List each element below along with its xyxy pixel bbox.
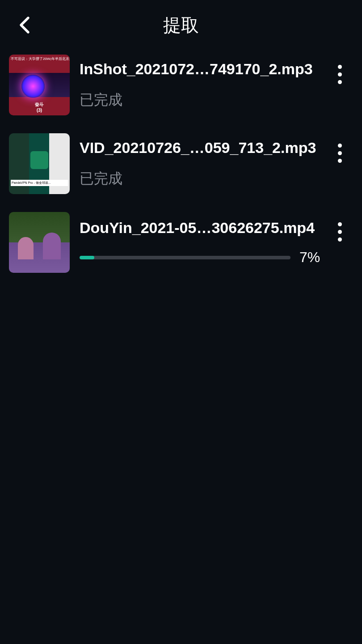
thumbnail bbox=[9, 133, 70, 194]
list-item[interactable]: InShot_2021072…749170_2.mp3 已完成 bbox=[0, 50, 362, 120]
item-title: VID_20210726_…059_713_2.mp3 bbox=[80, 139, 326, 157]
page-title: 提取 bbox=[0, 13, 362, 38]
progress-row: 7% bbox=[80, 249, 326, 266]
thumbnail bbox=[9, 55, 70, 115]
list-item[interactable]: VID_20210726_…059_713_2.mp3 已完成 bbox=[0, 129, 362, 199]
chevron-left-icon bbox=[17, 15, 32, 35]
more-button[interactable] bbox=[331, 61, 349, 88]
progress-text: 7% bbox=[299, 249, 326, 266]
more-vertical-icon bbox=[338, 144, 342, 148]
item-content: InShot_2021072…749170_2.mp3 已完成 bbox=[80, 60, 353, 110]
item-content: VID_20210726_…059_713_2.mp3 已完成 bbox=[80, 139, 353, 189]
item-content: DouYin_2021-05…30626275.mp4 7% bbox=[80, 219, 353, 266]
progress-fill bbox=[80, 256, 94, 259]
more-button[interactable] bbox=[331, 218, 349, 245]
back-button[interactable] bbox=[13, 14, 36, 36]
item-status: 已完成 bbox=[80, 90, 326, 110]
more-button[interactable] bbox=[331, 140, 349, 166]
item-title: InShot_2021072…749170_2.mp3 bbox=[80, 60, 326, 78]
extract-list: InShot_2021072…749170_2.mp3 已完成 VID_2021… bbox=[0, 50, 362, 277]
list-item[interactable]: DouYin_2021-05…30626275.mp4 7% bbox=[0, 208, 362, 277]
item-title: DouYin_2021-05…30626275.mp4 bbox=[80, 219, 326, 237]
thumbnail bbox=[9, 212, 70, 273]
item-status: 已完成 bbox=[80, 169, 326, 189]
header: 提取 bbox=[0, 0, 362, 50]
progress-bar bbox=[80, 256, 290, 259]
more-vertical-icon bbox=[338, 222, 342, 226]
more-vertical-icon bbox=[338, 65, 342, 69]
